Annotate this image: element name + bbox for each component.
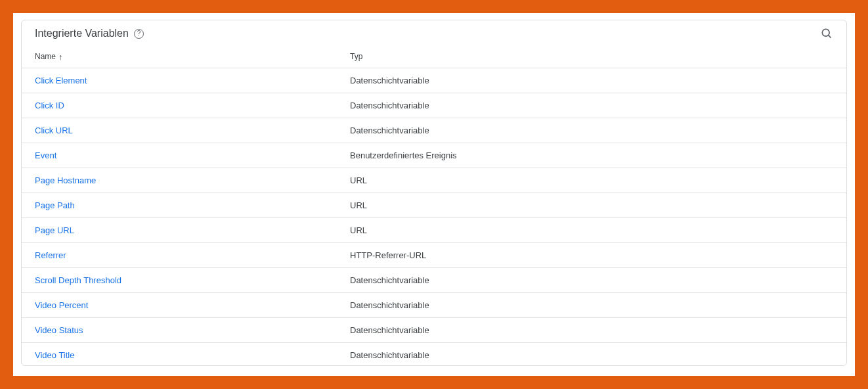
cell-name: Referrer [35, 250, 350, 260]
table-row: Video PercentDatenschichtvariable [22, 293, 846, 318]
column-header-typ[interactable]: Typ [350, 52, 833, 61]
cell-name: Video Status [35, 325, 350, 335]
cell-name: Click URL [35, 126, 350, 135]
cell-typ: Datenschichtvariable [350, 325, 833, 335]
cell-typ: Datenschichtvariable [350, 300, 833, 310]
column-header-name-label: Name [35, 52, 56, 61]
variable-link[interactable]: Click Element [35, 76, 87, 85]
cell-name: Page Path [35, 200, 350, 210]
variables-card: Integrierte Variablen ? Name ↑ Typ Click… [21, 20, 847, 366]
cell-name: Video Title [35, 350, 350, 360]
variable-link[interactable]: Video Percent [35, 300, 88, 310]
cell-typ: URL [350, 225, 833, 235]
table-row: Click URLDatenschichtvariable [22, 118, 846, 143]
search-icon[interactable] [820, 27, 833, 40]
variable-link[interactable]: Referrer [35, 250, 66, 260]
table-body: Click ElementDatenschichtvariableClick I… [22, 68, 846, 366]
cell-typ: Benutzerdefiniertes Ereignis [350, 150, 833, 160]
variable-link[interactable]: Page Path [35, 200, 75, 210]
cell-typ: URL [350, 175, 833, 185]
cell-typ: Datenschichtvariable [350, 76, 833, 85]
variable-link[interactable]: Video Title [35, 350, 74, 360]
variable-link[interactable]: Page Hostname [35, 175, 96, 185]
card-title-wrap: Integrierte Variablen ? [35, 28, 144, 39]
table-row: Scroll Depth ThresholdDatenschichtvariab… [22, 268, 846, 293]
variable-link[interactable]: Page URL [35, 225, 74, 235]
sort-ascending-icon: ↑ [58, 53, 63, 61]
cell-typ: Datenschichtvariable [350, 101, 833, 110]
cell-typ: Datenschichtvariable [350, 126, 833, 135]
variable-link[interactable]: Video Status [35, 325, 83, 335]
column-header-name[interactable]: Name ↑ [35, 52, 350, 61]
variable-link[interactable]: Event [35, 150, 56, 160]
card-header: Integrierte Variablen ? [22, 20, 846, 45]
cell-typ: URL [350, 200, 833, 210]
variable-link[interactable]: Click ID [35, 101, 64, 110]
svg-point-0 [822, 29, 829, 36]
table-header: Name ↑ Typ [22, 45, 846, 68]
table-row: Page URLURL [22, 218, 846, 243]
cell-typ: Datenschichtvariable [350, 350, 833, 360]
table-row: Video StatusDatenschichtvariable [22, 318, 846, 343]
table-row: Click ElementDatenschichtvariable [22, 68, 846, 93]
cell-name: Page Hostname [35, 175, 350, 185]
cell-name: Event [35, 150, 350, 160]
svg-line-1 [829, 35, 831, 38]
cell-name: Scroll Depth Threshold [35, 275, 350, 285]
table-row: Video TitleDatenschichtvariable [22, 343, 846, 366]
variable-link[interactable]: Click URL [35, 126, 73, 135]
table-row: ReferrerHTTP-Referrer-URL [22, 243, 846, 268]
table-row: Page HostnameURL [22, 168, 846, 193]
cell-name: Video Percent [35, 300, 350, 310]
cell-typ: Datenschichtvariable [350, 275, 833, 285]
help-icon[interactable]: ? [134, 29, 144, 39]
cell-name: Page URL [35, 225, 350, 235]
table-row: Page PathURL [22, 193, 846, 218]
column-header-typ-label: Typ [350, 52, 362, 61]
variable-link[interactable]: Scroll Depth Threshold [35, 275, 121, 285]
card-title: Integrierte Variablen [35, 28, 129, 39]
cell-name: Click ID [35, 101, 350, 110]
cell-name: Click Element [35, 76, 350, 85]
cell-typ: HTTP-Referrer-URL [350, 250, 833, 260]
table-row: EventBenutzerdefiniertes Ereignis [22, 143, 846, 168]
table-row: Click IDDatenschichtvariable [22, 93, 846, 118]
outer-frame: Integrierte Variablen ? Name ↑ Typ Click… [13, 13, 855, 376]
